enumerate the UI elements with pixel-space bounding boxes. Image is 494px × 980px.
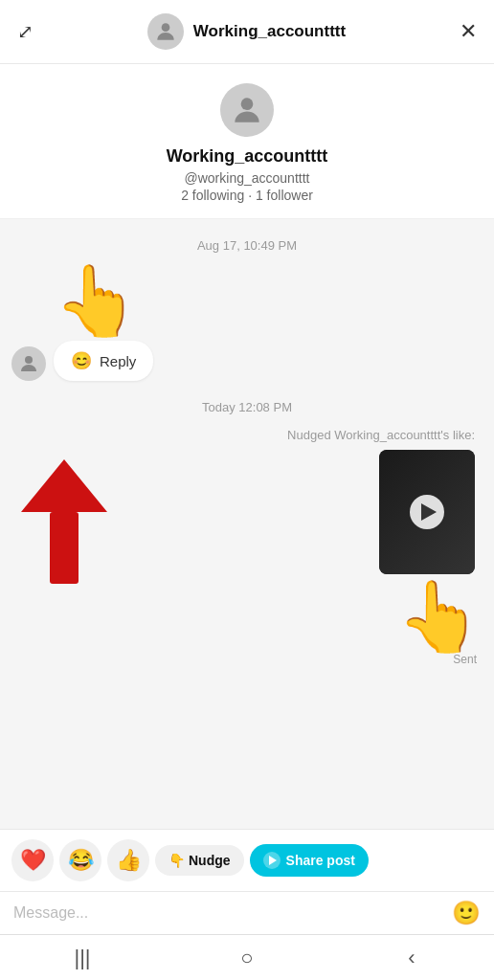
header: ⤢ Working_accountttt ✕ <box>0 0 494 64</box>
message-bar: 🙂 <box>0 891 494 934</box>
sent-label: Sent <box>453 653 483 666</box>
share-post-button[interactable]: Share post <box>250 844 369 877</box>
video-thumbnail[interactable] <box>379 450 475 574</box>
emoji-picker-button[interactable]: 🙂 <box>452 902 481 924</box>
header-center: Working_accountttt <box>147 13 346 50</box>
svg-rect-3 <box>50 512 79 584</box>
left-avatar <box>11 346 46 381</box>
right-finger-emoji: 👆 <box>396 582 483 651</box>
close-button[interactable]: ✕ <box>460 19 477 44</box>
right-content-col: 👆 Sent <box>107 450 483 666</box>
back-icon: ‹ <box>408 946 415 970</box>
left-message-col: 👆 😊 Reply <box>54 266 153 381</box>
laugh-button[interactable]: 😂 <box>59 839 101 881</box>
nudge-row: Nudged Working_accountttt's like: <box>0 428 494 666</box>
svg-point-2 <box>25 356 33 364</box>
thumbsup-icon: 👍 <box>116 848 142 873</box>
menu-icon: ||| <box>74 946 90 970</box>
play-triangle-icon <box>421 503 437 521</box>
share-play-triangle <box>269 856 277 865</box>
play-button[interactable] <box>410 495 444 529</box>
nav-home-button[interactable]: ○ <box>218 935 276 980</box>
nudge-label: Nudge <box>189 853 231 868</box>
nudge-emoji-icon: 👇 <box>168 853 185 868</box>
expand-icon[interactable]: ⤢ <box>17 20 34 43</box>
nudge-button[interactable]: 👇 Nudge <box>155 845 244 876</box>
thumbsup-button[interactable]: 👍 <box>107 839 149 881</box>
home-icon: ○ <box>240 946 253 970</box>
profile-name: Working_accountttt <box>15 146 479 167</box>
red-arrow-icon <box>21 459 107 584</box>
nudge-content: 👆 Sent <box>11 450 483 666</box>
nav-menu-button[interactable]: ||| <box>54 935 111 980</box>
chat-area: Aug 17, 10:49 PM 👆 😊 Reply Today 12:08 P… <box>0 219 494 829</box>
nav-back-button[interactable]: ‹ <box>383 935 440 980</box>
heart-icon: ❤️ <box>20 848 46 873</box>
header-avatar <box>147 13 184 50</box>
timestamp-aug17: Aug 17, 10:49 PM <box>0 238 494 253</box>
nudge-label: Nudged Working_accountttt's like: <box>11 428 483 442</box>
header-username: Working_accountttt <box>193 22 346 41</box>
laugh-icon: 😂 <box>68 848 94 873</box>
svg-marker-4 <box>21 459 107 512</box>
share-label: Share post <box>286 853 355 868</box>
profile-stats: 2 following · 1 follower <box>15 188 479 203</box>
profile-handle: @working_accountttt <box>15 170 479 186</box>
svg-point-0 <box>162 23 170 32</box>
smiley-icon: 😊 <box>71 350 92 371</box>
heart-button[interactable]: ❤️ <box>11 839 54 881</box>
reply-label: Reply <box>100 353 136 369</box>
user-icon <box>153 19 178 44</box>
profile-user-icon <box>229 92 265 128</box>
timestamp-today: Today 12:08 PM <box>0 400 494 414</box>
profile-avatar <box>220 83 274 137</box>
svg-point-1 <box>241 98 254 110</box>
message-input[interactable] <box>13 904 442 922</box>
left-finger-emoji: 👆 <box>54 266 153 335</box>
right-emoji-container: 👆 <box>396 582 483 651</box>
left-user-icon <box>17 352 40 375</box>
message-row-left-emoji: 👆 😊 Reply <box>0 266 494 381</box>
red-arrow-container <box>11 450 107 588</box>
profile-section: Working_accountttt @working_accountttt 2… <box>0 64 494 219</box>
bottom-nav: ||| ○ ‹ <box>0 934 494 980</box>
share-play-icon <box>263 852 281 869</box>
reply-bubble[interactable]: 😊 Reply <box>54 341 153 381</box>
action-bar: ❤️ 😂 👍 👇 Nudge Share post <box>0 829 494 891</box>
